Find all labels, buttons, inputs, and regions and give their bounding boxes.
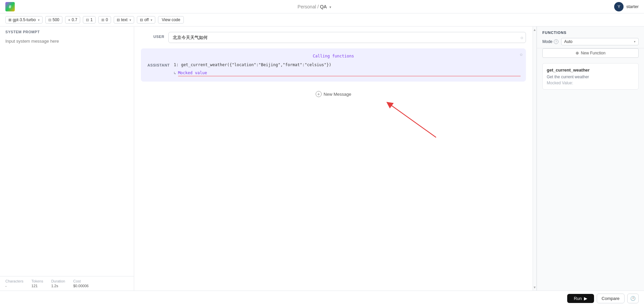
response-format-select[interactable]: ⊟ text ▾ xyxy=(114,16,134,24)
stream-chevron-icon: ▾ xyxy=(151,18,152,22)
user-message-input[interactable] xyxy=(168,32,526,43)
max-tokens-item[interactable]: ⊟ 500 xyxy=(45,16,62,24)
calling-functions-label: Calling functions xyxy=(146,54,521,58)
new-message-row: + New Message xyxy=(141,87,526,101)
tokens-stat: Tokens 121 xyxy=(32,279,43,288)
mode-label: Mode ? xyxy=(542,39,558,44)
function-card-mocked-label: Mocked Value: xyxy=(547,81,634,85)
main-layout: SYSTEM PROMPT Characters - Tokens 121 Du… xyxy=(0,27,644,291)
block-close-icon[interactable]: ○ xyxy=(520,52,523,57)
mode-select[interactable]: Auto ▾ xyxy=(561,38,639,45)
bottom-bar: Run ▶ Compare 🕐 xyxy=(0,291,644,306)
function-call-block: Calling functions ○ ASSISTANT 1: get_cur… xyxy=(141,48,526,82)
n-icon: ⊞ xyxy=(101,18,104,22)
toolbar: ⊞ gpt-3.5-turbo ▾ ⊟ 500 ⋄ 0.7 ⊟ 1 ⊞ 0 ⊟ … xyxy=(0,13,644,27)
function-content: 1: get_current_weather({"location":"Beij… xyxy=(174,62,521,76)
functions-title: FUNCTIONS xyxy=(542,31,639,35)
message-clear-icon[interactable]: ○ xyxy=(521,35,523,40)
top-p-icon: ⊟ xyxy=(86,18,89,22)
right-panel: FUNCTIONS Mode ? Auto ▾ ⊕ New Function g… xyxy=(537,27,644,291)
stream-select[interactable]: ⊟ off ▾ xyxy=(137,16,155,24)
view-code-button[interactable]: View code xyxy=(158,16,184,24)
function-card-description: Get the current weather xyxy=(547,75,634,79)
system-prompt-input[interactable] xyxy=(0,36,134,276)
model-select[interactable]: ⊞ gpt-3.5-turbo ▾ xyxy=(5,16,43,24)
mocked-value-row: ↳ xyxy=(174,70,521,76)
functions-header: FUNCTIONS Mode ? Auto ▾ xyxy=(537,27,644,48)
n-item[interactable]: ⊞ 0 xyxy=(98,16,111,24)
mode-row: Mode ? Auto ▾ xyxy=(542,38,639,45)
compare-button[interactable]: Compare xyxy=(597,294,625,303)
avatar: Y xyxy=(614,2,624,11)
duration-stat: Duration 1.2s xyxy=(51,279,65,288)
stats-bar: Characters - Tokens 121 Duration 1.2s Co… xyxy=(0,276,134,291)
left-panel: SYSTEM PROMPT Characters - Tokens 121 Du… xyxy=(0,27,134,291)
characters-stat: Characters - xyxy=(5,279,23,288)
user-label: USER xyxy=(141,32,164,39)
mode-info-icon[interactable]: ? xyxy=(554,39,558,44)
user-name: starter xyxy=(626,4,639,9)
new-message-button[interactable]: + New Message xyxy=(316,91,351,97)
cost-stat: Cost $0.00006 xyxy=(73,279,89,288)
run-button[interactable]: Run ▶ xyxy=(567,294,594,303)
chat-area: USER ○ Calling functions ○ ASSISTANT 1: … xyxy=(134,27,533,291)
logo-icon[interactable]: # xyxy=(5,2,15,11)
top-nav: # Personal / QA ▾ Y starter xyxy=(0,0,644,13)
function-card-name: get_current_weather xyxy=(547,68,634,73)
new-function-button[interactable]: ⊕ New Function xyxy=(542,48,639,58)
breadcrumb: Personal / QA ▾ xyxy=(298,4,331,9)
nav-right: Y starter xyxy=(614,2,639,11)
mocked-value-input[interactable] xyxy=(178,70,521,76)
assistant-label: ASSISTANT xyxy=(146,62,170,67)
scroll-divider: ▲ ▼ xyxy=(533,27,537,291)
user-message-row: USER ○ xyxy=(141,32,526,43)
tokens-icon: ⊟ xyxy=(48,18,51,22)
mode-chevron-icon: ▾ xyxy=(634,40,636,43)
model-chevron-icon: ▾ xyxy=(38,18,40,22)
new-message-plus-icon: + xyxy=(316,91,322,97)
top-p-item[interactable]: ⊟ 1 xyxy=(83,16,96,24)
scroll-up-button[interactable]: ▲ xyxy=(533,28,536,32)
assistant-row: ASSISTANT 1: get_current_weather({"locat… xyxy=(146,62,521,76)
mocked-arrow-icon: ↳ xyxy=(174,71,176,75)
functions-list: get_current_weather Get the current weat… xyxy=(537,60,644,291)
format-chevron-icon: ▾ xyxy=(129,18,131,22)
temperature-item[interactable]: ⋄ 0.7 xyxy=(65,16,80,24)
temperature-icon: ⋄ xyxy=(68,18,70,22)
center-panel: USER ○ Calling functions ○ ASSISTANT 1: … xyxy=(134,27,533,291)
system-prompt-label: SYSTEM PROMPT xyxy=(0,27,134,36)
history-button[interactable]: 🕐 xyxy=(627,294,639,303)
function-card-get-current-weather[interactable]: get_current_weather Get the current weat… xyxy=(542,63,639,90)
scroll-down-button[interactable]: ▼ xyxy=(533,286,536,289)
run-icon: ▶ xyxy=(584,296,587,301)
function-call-text: 1: get_current_weather({"location":"Beij… xyxy=(174,62,521,67)
history-icon: 🕐 xyxy=(630,296,636,301)
